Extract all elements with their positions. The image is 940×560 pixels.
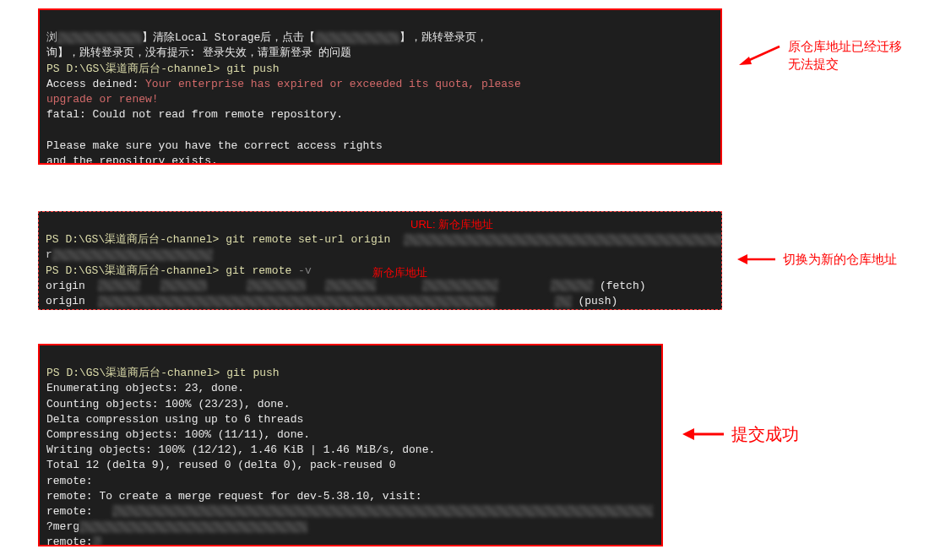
error-msg: upgrade or renew! bbox=[46, 93, 159, 106]
output-line: ?merg bbox=[46, 520, 307, 533]
origin: origin bbox=[46, 295, 85, 307]
error-line: Access deined: Your enterprise has expir… bbox=[46, 78, 521, 90]
text: 原仓库地址已经迁移 bbox=[788, 39, 902, 53]
annotation-repo-migrated: 原仓库地址已经迁移 无法提交 bbox=[737, 37, 902, 73]
fetch-label: (fetch) bbox=[600, 280, 646, 292]
annotation-push-success: 提交成功 bbox=[681, 422, 799, 446]
arrow-icon bbox=[737, 41, 781, 68]
annotation-text: 原仓库地址已经迁移 无法提交 bbox=[788, 37, 902, 73]
fatal-line: fatal: Could not read from remote reposi… bbox=[46, 108, 343, 121]
help-line: Please make sure you have the correct ac… bbox=[46, 139, 383, 152]
blank-line bbox=[46, 123, 53, 136]
error-msg: Your enterprise has expired or exceeded … bbox=[145, 78, 521, 90]
output-line: r bbox=[46, 248, 213, 261]
cmd-line: PS D:\GS\渠道商后台-channel> git push bbox=[46, 63, 280, 75]
error-label: Access deined: bbox=[46, 78, 139, 90]
line-text: 浏】清除Local Storage后，点击【】，跳转登录页， bbox=[46, 31, 487, 44]
origin: origin bbox=[46, 280, 85, 292]
overlay-url-label: URL: 新仓库地址 bbox=[410, 217, 493, 232]
terminal-set-remote-url: PS D:\GS\渠道商后台-channel> git remote set-u… bbox=[38, 211, 722, 310]
text: 】清除Local Storage后，点击【 bbox=[142, 31, 315, 44]
terminal-push-success: PS D:\GS\渠道商后台-channel> git push Enumera… bbox=[38, 344, 663, 546]
command: git remote set-url origin bbox=[225, 233, 390, 246]
output-line: Compressing objects: 100% (11/11), done. bbox=[46, 428, 310, 441]
text: 无法提交 bbox=[788, 57, 839, 71]
annotation-switch-repo: 切换为新的仓库地址 bbox=[736, 250, 897, 268]
output-line: Counting objects: 100% (23/23), done. bbox=[46, 398, 291, 410]
arrow-icon bbox=[736, 252, 776, 267]
output-line: Enumerating objects: 23, done. bbox=[46, 382, 244, 394]
cmd-line: PS D:\GS\渠道商后台-channel> git remote set-u… bbox=[46, 233, 722, 246]
overlay-repo-label: 新仓库地址 bbox=[372, 265, 427, 280]
remote-line: origin (push) bbox=[46, 295, 617, 307]
output-line: Writing objects: 100% (12/12), 1.46 KiB … bbox=[46, 443, 435, 456]
prompt: PS D:\GS\渠道商后台-channel> bbox=[46, 264, 219, 277]
svg-marker-2 bbox=[682, 428, 694, 440]
prompt: PS D:\GS\渠道商后台-channel> bbox=[46, 233, 219, 246]
annotation-text: 提交成功 bbox=[731, 422, 799, 446]
command: git remote bbox=[225, 264, 291, 277]
option: -v bbox=[298, 264, 312, 277]
text: 】，跳转登录页， bbox=[399, 31, 487, 44]
svg-marker-0 bbox=[739, 57, 752, 65]
command: git push bbox=[226, 63, 279, 75]
arrow-icon bbox=[681, 426, 725, 443]
cmd-line: PS D:\GS\渠道商后台-channel> git push bbox=[46, 367, 280, 379]
help-line: and the repository exists. bbox=[46, 155, 218, 165]
cmd-line: PS D:\GS\渠道商后台-channel> git remote -v bbox=[46, 264, 312, 277]
output-line: Total 12 (delta 9), reused 0 (delta 0), … bbox=[46, 459, 395, 471]
prompt: PS D:\GS\渠道商后台-channel> bbox=[46, 63, 220, 75]
output-line: remote: To create a merge request for de… bbox=[46, 490, 422, 503]
line-text: 询】，跳转登录页，没有提示: 登录失效，请重新登录 的问题 bbox=[46, 46, 351, 59]
output-line: remote: bbox=[46, 505, 653, 518]
remote-line: origin (fetch) bbox=[46, 280, 646, 292]
output-line: remote: bbox=[46, 475, 93, 487]
output-line: remote: bbox=[46, 536, 101, 546]
annotation-text: 切换为新的仓库地址 bbox=[783, 250, 897, 268]
svg-marker-1 bbox=[737, 254, 747, 264]
command: git push bbox=[226, 367, 279, 379]
push-label: (push) bbox=[578, 295, 617, 307]
prompt: PS D:\GS\渠道商后台-channel> bbox=[46, 367, 220, 379]
output-line: Delta compression using up to 6 threads bbox=[46, 413, 303, 426]
terminal-old-repo-error: 浏】清除Local Storage后，点击【】，跳转登录页， 询】，跳转登录页，… bbox=[38, 8, 722, 165]
